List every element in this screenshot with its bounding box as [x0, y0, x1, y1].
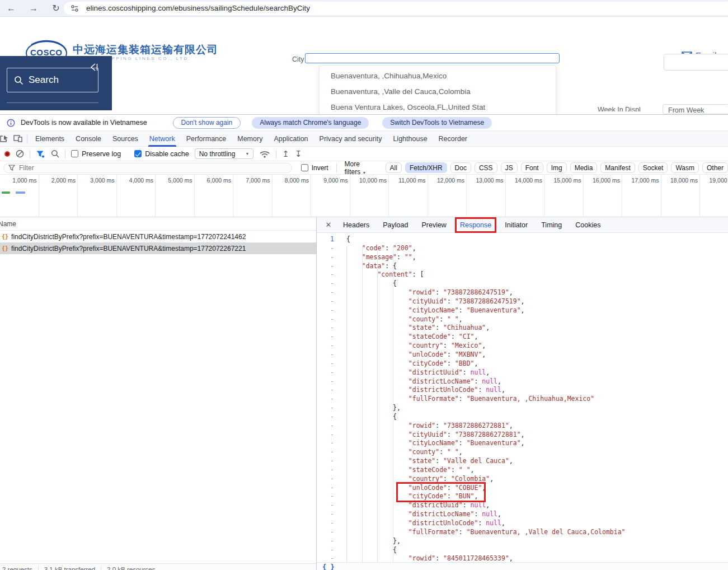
code-line: "districtUuid": null,: [339, 368, 728, 377]
devtools-tab-elements[interactable]: Elements: [30, 131, 70, 147]
chevron-down-icon: ▼: [245, 152, 249, 156]
divider: [7, 102, 98, 103]
timeline-label: 16,000 ms: [584, 175, 623, 217]
city-suggestions-dropdown: Buenaventura, ,Chihuahua,MexicoBuenavent…: [319, 65, 556, 119]
timeline-label: 9,000 ms: [311, 175, 350, 217]
chip-socket[interactable]: Socket: [638, 162, 668, 173]
divider: [27, 134, 27, 143]
search-network-icon[interactable]: [51, 149, 59, 158]
detail-tab-cookies[interactable]: Cookies: [572, 219, 604, 231]
line-number: -: [317, 404, 339, 413]
devtools-tab-privacy-and-security[interactable]: Privacy and security: [314, 131, 388, 147]
network-overview-timeline[interactable]: 1,000 ms2,000 ms3,000 ms4,000 ms5,000 ms…: [0, 175, 728, 217]
invert-checkbox[interactable]: [301, 164, 308, 171]
site-settings-icon[interactable]: [71, 4, 79, 12]
more-filters-button[interactable]: More filters ▼: [345, 160, 378, 176]
detail-tab-timing[interactable]: Timing: [538, 219, 565, 231]
chip-other[interactable]: Other: [702, 162, 728, 173]
line-number: -: [317, 333, 339, 342]
search-button[interactable]: Search: [7, 68, 98, 92]
name-column-header[interactable]: Name: [0, 217, 316, 231]
chip-font[interactable]: Font: [521, 162, 543, 173]
device-toolbar-icon[interactable]: [13, 134, 22, 143]
devtools-tab-memory[interactable]: Memory: [232, 131, 268, 147]
export-har-icon[interactable]: ↧: [295, 149, 302, 159]
code-line: "districtUnloCode": null,: [339, 386, 728, 395]
timeline-label: 18,000 ms: [661, 175, 701, 217]
clear-network-log-icon[interactable]: [16, 149, 24, 158]
filter-funnel-icon[interactable]: [36, 149, 45, 158]
devtools-tab-recorder[interactable]: Recorder: [433, 131, 473, 147]
chip-media[interactable]: Media: [570, 162, 598, 173]
format-json-icon[interactable]: { }: [322, 563, 335, 570]
import-har-icon[interactable]: ↥: [282, 149, 289, 159]
devtools-tab-console[interactable]: Console: [70, 131, 107, 147]
line-number: -: [317, 448, 339, 457]
line-number: -: [317, 262, 339, 271]
chip-wasm[interactable]: Wasm: [671, 162, 699, 173]
code-line: "data": {: [339, 262, 728, 271]
timeline-label: 14,000 ms: [506, 175, 545, 217]
record-network-log-icon[interactable]: [4, 151, 10, 157]
inspect-element-icon[interactable]: [0, 134, 9, 143]
chip-manifest[interactable]: Manifest: [600, 162, 635, 173]
city-suggestion-item[interactable]: Buenaventura, ,Valle del Cauca,Colombia: [320, 84, 556, 100]
devtools-tab-performance[interactable]: Performance: [181, 131, 232, 147]
from-week-field[interactable]: From Week: [663, 104, 728, 114]
line-number: -: [317, 519, 339, 528]
devtools-tab-lighthouse[interactable]: Lighthouse: [387, 131, 433, 147]
code-line: "county": " ",: [339, 315, 728, 324]
chip-all[interactable]: All: [386, 162, 402, 173]
chip-img[interactable]: Img: [547, 162, 567, 173]
browser-toolbar: ← → ↻ elines.coscoshipping.com/ebusiness…: [0, 0, 728, 17]
overview-bar-blue: [16, 191, 25, 194]
detail-tab-payload[interactable]: Payload: [379, 219, 411, 231]
disable-cache-checkbox[interactable]: [134, 150, 142, 157]
throttling-select[interactable]: No throttling ▼: [195, 148, 254, 159]
filter-input[interactable]: Filter: [3, 163, 292, 173]
code-line: "fullFormate": "Buenaventura, ,Valle del…: [339, 528, 728, 537]
line-number: -: [317, 297, 339, 306]
detail-tab-response[interactable]: Response: [457, 219, 495, 231]
switch-language-button[interactable]: Switch DevTools to Vietnamese: [382, 117, 492, 129]
network-conditions-icon[interactable]: [259, 149, 270, 158]
match-language-button[interactable]: Always match Chrome's language: [252, 117, 369, 129]
timeline-label: 7,000 ms: [233, 175, 273, 217]
city-suggestion-item[interactable]: Buena Ventura Lakes, Osceola,FL,United S…: [320, 100, 556, 115]
dont-show-again-button[interactable]: Don't show again: [173, 117, 241, 129]
code-line: "state": "Valle del Cauca",: [339, 457, 728, 466]
timeline-label: 17,000 ms: [622, 175, 661, 217]
detail-tab-preview[interactable]: Preview: [418, 219, 449, 231]
devtools-tab-application[interactable]: Application: [268, 131, 313, 147]
response-body-viewer[interactable]: 1------------------------------------ { …: [317, 233, 728, 562]
close-icon[interactable]: ✕: [324, 221, 333, 229]
network-request-row[interactable]: {}findCityDistrictByPrefix?prefix=BUENAV…: [0, 231, 316, 242]
collapse-panel-icon[interactable]: [88, 62, 100, 73]
reload-icon[interactable]: ↻: [49, 2, 63, 15]
chip-js[interactable]: JS: [501, 162, 518, 173]
preserve-log-checkbox[interactable]: [71, 150, 78, 157]
forward-icon[interactable]: →: [27, 2, 40, 15]
url-text: elines.coscoshipping.com/ebusiness/saili…: [86, 4, 310, 12]
divider: [65, 149, 65, 158]
network-request-row[interactable]: {}findCityDistrictByPrefix?prefix=BUENAV…: [0, 242, 316, 254]
devtools-tab-sources[interactable]: Sources: [107, 131, 144, 147]
city-suggestion-item[interactable]: Buenaventura, ,Chihuahua,Mexico: [320, 68, 556, 84]
address-bar[interactable]: elines.coscoshipping.com/ebusiness/saili…: [64, 2, 728, 15]
devtools-tab-network[interactable]: Network: [144, 131, 181, 147]
detail-tab-initiator[interactable]: Initiator: [501, 219, 531, 231]
back-icon[interactable]: ←: [4, 2, 18, 15]
detail-tab-headers[interactable]: Headers: [340, 219, 373, 231]
line-number: -: [317, 395, 339, 404]
screen: ← → ↻ elines.coscoshipping.com/ebusiness…: [0, 0, 728, 570]
chip-css[interactable]: CSS: [475, 162, 497, 173]
city-input[interactable]: [305, 53, 560, 63]
chip-fetch-xhr[interactable]: Fetch/XHR: [405, 162, 447, 173]
secondary-input[interactable]: [664, 54, 728, 71]
line-number: -: [317, 386, 339, 395]
chip-doc[interactable]: Doc: [450, 162, 471, 173]
code-line: {: [339, 279, 728, 288]
line-number: -: [317, 431, 339, 440]
code-line: "cityUuid": "738872886272881",: [339, 431, 728, 440]
code-line: "districtLocName": null,: [339, 510, 728, 519]
